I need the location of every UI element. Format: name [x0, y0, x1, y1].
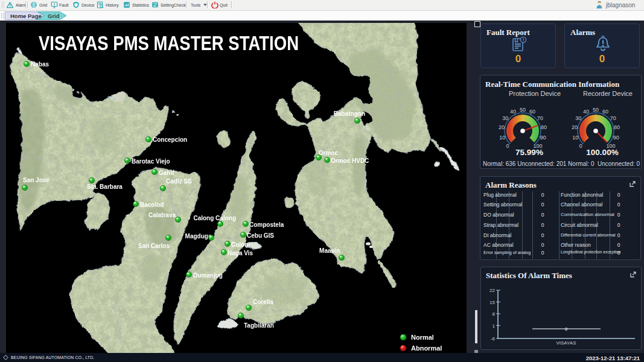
svg-text:90: 90 [613, 135, 619, 141]
svg-text:20: 20 [499, 124, 505, 130]
svg-text:San Carlos: San Carlos [138, 243, 170, 249]
svg-text:Sta. Barbara: Sta. Barbara [87, 183, 123, 190]
svg-text:Bacolod: Bacolod [140, 202, 164, 208]
svg-text:Cebu GIS: Cebu GIS [247, 232, 274, 239]
svg-text:Normal: Normal [411, 334, 434, 341]
svg-text:Ormoc: Ormoc [319, 150, 339, 156]
svg-text:20: 20 [572, 124, 578, 130]
svg-text:Cadiz SS: Cadiz SS [166, 178, 192, 185]
svg-text:Grid: Grid [48, 13, 60, 19]
svg-text:0: 0 [565, 326, 567, 332]
svg-text:VISAYAS: VISAYAS [556, 340, 576, 346]
svg-text:Home Page: Home Page [10, 13, 42, 19]
svg-text:60: 60 [602, 109, 608, 115]
svg-text:90: 90 [540, 135, 546, 141]
svg-text:40: 40 [510, 109, 516, 115]
svg-text:1: 1 [493, 323, 496, 329]
svg-text:Abnormal: Abnormal [411, 345, 442, 352]
svg-text:Nabas: Nabas [31, 61, 49, 68]
svg-text:0: 0 [579, 143, 582, 149]
svg-text:30: 30 [502, 115, 508, 121]
svg-text:Corella: Corella [253, 299, 273, 305]
svg-text:Ormoc HVDC: Ormoc HVDC [331, 157, 369, 164]
svg-text:Tagbilaran: Tagbilaran [244, 322, 274, 329]
svg-text:VISAYAS PMS MASTER STATION: VISAYAS PMS MASTER STATION [39, 31, 299, 54]
svg-text:40: 40 [583, 109, 589, 115]
svg-text:Calatrava: Calatrava [148, 212, 176, 218]
svg-text:Magdugo: Magdugo [185, 233, 212, 240]
svg-text:Colon: Colon [231, 241, 248, 248]
svg-text:60: 60 [529, 109, 535, 115]
svg-text:80: 80 [541, 124, 547, 130]
svg-text:-6: -6 [491, 336, 496, 341]
svg-text:100.00%: 100.00% [586, 148, 618, 157]
svg-text:Dumanjug: Dumanjug [193, 272, 223, 279]
svg-text:22: 22 [489, 288, 495, 293]
svg-text:75.99%: 75.99% [515, 148, 543, 157]
svg-text:San Jose: San Jose [23, 177, 49, 183]
svg-text:50: 50 [593, 107, 599, 113]
svg-text:Naga Vis: Naga Vis [228, 250, 253, 256]
svg-text:10: 10 [499, 135, 505, 141]
svg-text:Compostela: Compostela [249, 221, 284, 228]
svg-text:30: 30 [575, 115, 581, 121]
svg-text:Gahit: Gahit [159, 170, 174, 176]
svg-text:70: 70 [610, 115, 616, 121]
svg-text:15: 15 [489, 300, 495, 305]
svg-text:Calong Calong: Calong Calong [193, 215, 236, 221]
svg-text:70: 70 [537, 115, 543, 121]
svg-text:8: 8 [493, 311, 496, 317]
svg-text:0: 0 [506, 143, 509, 149]
svg-text:80: 80 [614, 124, 620, 130]
svg-text:10: 10 [572, 135, 578, 141]
svg-text:Babatngon: Babatngon [334, 110, 365, 117]
svg-text:50: 50 [520, 107, 526, 113]
svg-text:Concepcion: Concepcion [153, 136, 187, 143]
svg-text:Barotac Viejo: Barotac Viejo [132, 158, 170, 165]
svg-text:Maasin: Maasin [319, 247, 340, 254]
